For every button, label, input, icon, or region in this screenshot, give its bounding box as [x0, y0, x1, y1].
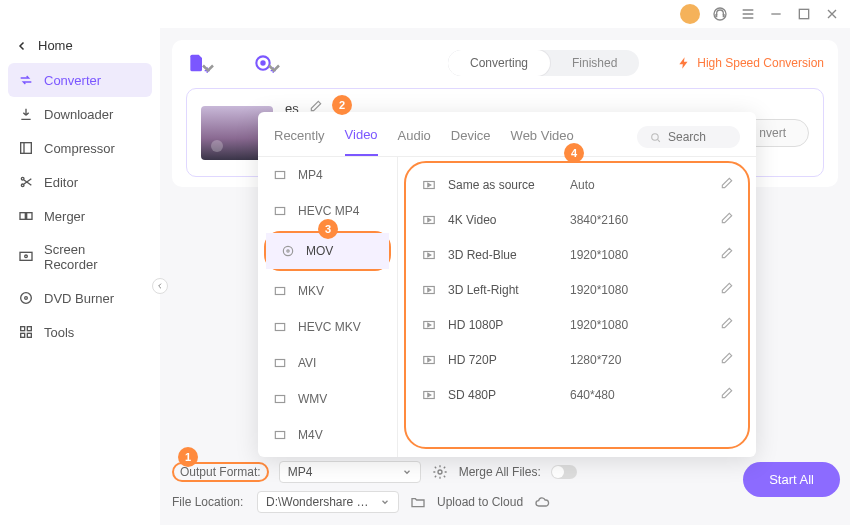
annotation-badge-3: 3 [318, 219, 338, 239]
edit-resolution-icon[interactable] [720, 386, 734, 403]
sidebar-item-dvd-burner[interactable]: DVD Burner [8, 281, 152, 315]
add-from-device-button[interactable]: + [252, 52, 274, 74]
user-avatar[interactable] [680, 4, 700, 24]
titlebar [0, 0, 850, 28]
folder-icon[interactable] [409, 494, 427, 510]
format-dropdown: Recently Video Audio Device Web Video MP… [258, 112, 756, 457]
sidebar-item-converter[interactable]: Converter [8, 63, 152, 97]
svg-rect-29 [275, 432, 284, 439]
sidebar-item-merger[interactable]: Merger [8, 199, 152, 233]
svg-rect-1 [799, 9, 808, 18]
format-wmv[interactable]: WMV [258, 381, 397, 417]
close-icon[interactable] [824, 6, 840, 22]
merge-icon [18, 208, 34, 224]
maximize-icon[interactable] [796, 6, 812, 22]
resolution-row[interactable]: HD 720P1280*720 [414, 342, 740, 377]
dd-tab-device[interactable]: Device [451, 128, 491, 155]
annotation-badge-1: 1 [178, 447, 198, 467]
file-location-label: File Location: [172, 495, 247, 509]
grid-icon [18, 324, 34, 340]
menu-icon[interactable] [740, 6, 756, 22]
search-input[interactable] [668, 130, 728, 144]
tab-finished[interactable]: Finished [550, 50, 639, 76]
dd-tab-audio[interactable]: Audio [398, 128, 431, 155]
merge-label: Merge All Files: [459, 465, 541, 479]
compress-icon [18, 140, 34, 156]
start-all-button[interactable]: Start All [743, 462, 840, 497]
bottom-bar: Output Format: MP4 Merge All Files: File… [172, 457, 838, 517]
merge-toggle[interactable] [551, 465, 577, 479]
resolution-list: Same as sourceAuto4K Video3840*21603D Re… [404, 161, 750, 449]
format-search[interactable] [637, 126, 740, 148]
resolution-row[interactable]: Same as sourceAuto [414, 167, 740, 202]
format-mkv[interactable]: MKV [258, 273, 397, 309]
svg-rect-11 [21, 327, 25, 331]
edit-resolution-icon[interactable] [720, 246, 734, 263]
edit-resolution-icon[interactable] [720, 351, 734, 368]
dd-tab-video[interactable]: Video [345, 127, 378, 156]
format-hevc-mkv[interactable]: HEVC MKV [258, 309, 397, 345]
upload-label: Upload to Cloud [437, 495, 523, 509]
svg-rect-22 [275, 208, 284, 215]
format-m4v[interactable]: M4V [258, 417, 397, 453]
edit-resolution-icon[interactable] [720, 176, 734, 193]
cloud-icon[interactable] [533, 494, 551, 510]
disc-icon [18, 290, 34, 306]
svg-point-19 [438, 470, 442, 474]
status-segment: Converting Finished [448, 50, 639, 76]
svg-point-9 [21, 293, 32, 304]
svg-point-20 [652, 133, 659, 140]
edit-resolution-icon[interactable] [720, 316, 734, 333]
output-format-select[interactable]: MP4 [279, 461, 421, 483]
format-avi[interactable]: AVI [258, 345, 397, 381]
resolution-row[interactable]: SD 480P640*480 [414, 377, 740, 412]
convert-icon [18, 72, 34, 88]
tab-converting[interactable]: Converting [448, 50, 550, 76]
svg-rect-12 [27, 327, 31, 331]
svg-rect-6 [27, 213, 32, 220]
svg-rect-26 [275, 324, 284, 331]
resolution-row[interactable]: HD 1080P1920*1080 [414, 307, 740, 342]
sidebar-item-downloader[interactable]: Downloader [8, 97, 152, 131]
edit-resolution-icon[interactable] [720, 281, 734, 298]
svg-rect-13 [21, 333, 25, 337]
high-speed-conversion[interactable]: High Speed Conversion [677, 56, 824, 70]
resolution-row[interactable]: 3D Left-Right1920*1080 [414, 272, 740, 307]
resolution-row[interactable]: 4K Video3840*2160 [414, 202, 740, 237]
home-back[interactable]: Home [8, 32, 152, 59]
svg-rect-27 [275, 360, 284, 367]
svg-point-10 [25, 297, 28, 300]
settings-icon[interactable] [431, 464, 449, 480]
svg-rect-7 [20, 252, 32, 260]
sidebar-collapse-toggle[interactable] [152, 278, 168, 294]
svg-point-24 [287, 250, 289, 252]
sidebar-item-screen-recorder[interactable]: Screen Recorder [8, 233, 152, 281]
annotation-badge-2: 2 [332, 95, 352, 115]
svg-point-4 [21, 184, 24, 187]
format-mp4[interactable]: MP4 [258, 157, 397, 193]
sidebar: Home Converter Downloader Compressor Edi… [0, 28, 160, 525]
file-location-select[interactable]: D:\Wondershare UniConverter 1 [257, 491, 399, 513]
scissors-icon [18, 174, 34, 190]
home-label: Home [38, 38, 73, 53]
svg-point-3 [21, 177, 24, 180]
sidebar-item-tools[interactable]: Tools [8, 315, 152, 349]
svg-rect-5 [20, 213, 25, 220]
add-file-button[interactable]: + [186, 52, 208, 74]
sidebar-item-compressor[interactable]: Compressor [8, 131, 152, 165]
dd-tab-recently[interactable]: Recently [274, 128, 325, 155]
resolution-row[interactable]: 3D Red-Blue1920*1080 [414, 237, 740, 272]
svg-rect-14 [27, 333, 31, 337]
screen-icon [18, 249, 34, 265]
svg-rect-25 [275, 288, 284, 295]
minimize-icon[interactable] [768, 6, 784, 22]
edit-resolution-icon[interactable] [720, 211, 734, 228]
format-list: MP4HEVC MP4MOVMKVHEVC MKVAVIWMVM4V [258, 157, 398, 457]
svg-rect-2 [21, 143, 32, 154]
topbar: + + Converting Finished High Speed Conve… [186, 50, 824, 76]
annotation-badge-4: 4 [564, 143, 584, 163]
svg-rect-28 [275, 396, 284, 403]
support-icon[interactable] [712, 6, 728, 22]
sidebar-item-editor[interactable]: Editor [8, 165, 152, 199]
svg-point-23 [283, 246, 292, 255]
